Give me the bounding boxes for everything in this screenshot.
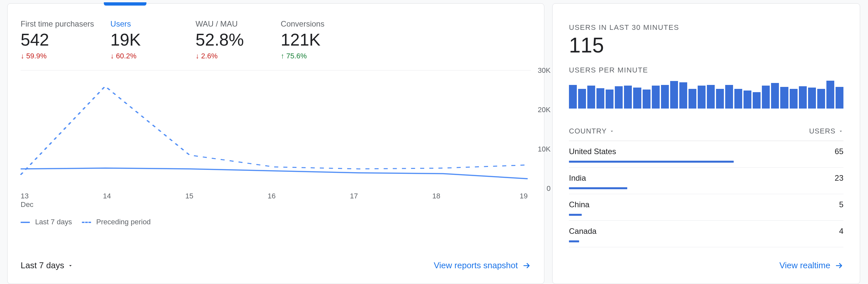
country-users: 5 bbox=[839, 200, 843, 209]
country-name: India bbox=[569, 173, 586, 183]
country-users: 65 bbox=[835, 147, 843, 156]
y-tick: 20K bbox=[531, 106, 551, 114]
caret-down-icon bbox=[609, 129, 615, 134]
metric-delta: ↓ 59.9% bbox=[21, 52, 94, 60]
trend-plot bbox=[21, 70, 528, 189]
x-tick: 19 bbox=[515, 192, 528, 209]
spark-bar bbox=[624, 86, 632, 109]
country-users: 4 bbox=[839, 227, 843, 236]
metric-tab[interactable]: WAU / MAU52.8%↓ 2.6% bbox=[195, 4, 281, 70]
legend-label-current: Last 7 days bbox=[35, 218, 72, 226]
country-bar bbox=[569, 161, 734, 163]
x-tick: 14 bbox=[103, 192, 185, 209]
metric-delta: ↓ 60.2% bbox=[111, 52, 179, 60]
country-bar bbox=[569, 214, 582, 216]
spark-bar bbox=[827, 81, 834, 109]
spark-bar bbox=[753, 92, 761, 109]
spark-bar bbox=[707, 85, 715, 109]
spark-bar bbox=[771, 83, 779, 109]
trend-series bbox=[21, 86, 528, 175]
spark-bar bbox=[725, 85, 733, 109]
country-table-body: United States65India23China5Canada4 bbox=[569, 141, 843, 247]
metric-value: 52.8% bbox=[195, 30, 264, 49]
spark-bar bbox=[643, 89, 651, 109]
arrow-up-icon: ↑ bbox=[281, 53, 284, 60]
country-name: United States bbox=[569, 147, 616, 156]
country-row[interactable]: India23 bbox=[569, 168, 843, 194]
trend-legend: Last 7 days Preceding period bbox=[21, 218, 531, 226]
metric-tab[interactable]: First time purchasers542↓ 59.9% bbox=[21, 4, 111, 70]
view-reports-label: View reports snapshot bbox=[434, 260, 518, 271]
arrow-right-icon bbox=[835, 261, 843, 270]
users-per-minute-chart bbox=[569, 79, 843, 109]
metric-tab[interactable]: Users19K↓ 60.2% bbox=[111, 4, 195, 70]
arrow-right-icon bbox=[522, 261, 531, 270]
spark-bar bbox=[569, 85, 577, 109]
view-realtime-link[interactable]: View realtime bbox=[779, 260, 843, 271]
legend-swatch-solid bbox=[21, 222, 30, 223]
date-range-picker[interactable]: Last 7 days bbox=[21, 260, 73, 271]
users-column-header[interactable]: USERS bbox=[809, 127, 843, 136]
metric-label: Users bbox=[111, 19, 179, 29]
y-tick: 10K bbox=[531, 145, 551, 153]
legend-label-preceding: Preceding period bbox=[96, 218, 151, 226]
y-tick: 30K bbox=[531, 66, 551, 75]
spark-bar bbox=[716, 89, 724, 109]
metric-value: 542 bbox=[21, 30, 94, 49]
caret-down-icon bbox=[838, 129, 843, 134]
country-bar bbox=[569, 240, 579, 243]
realtime-title: USERS IN LAST 30 MINUTES bbox=[569, 23, 843, 32]
metric-tab[interactable]: Conversions121K↑ 75.6% bbox=[281, 4, 366, 70]
spark-bar bbox=[615, 86, 623, 109]
country-table-header: COUNTRY USERS bbox=[569, 122, 843, 141]
spark-bar bbox=[780, 87, 788, 109]
country-users: 23 bbox=[835, 173, 843, 183]
spark-bar bbox=[744, 90, 751, 109]
arrow-down-icon: ↓ bbox=[111, 53, 114, 60]
trend-series bbox=[21, 168, 528, 179]
metric-value: 19K bbox=[111, 30, 179, 49]
spark-bar bbox=[762, 86, 770, 109]
x-tick: 16 bbox=[268, 192, 350, 209]
spark-bar bbox=[679, 82, 687, 109]
users-per-minute-title: USERS PER MINUTE bbox=[569, 66, 843, 75]
country-row[interactable]: China5 bbox=[569, 194, 843, 221]
spark-bar bbox=[790, 89, 798, 109]
caret-down-icon bbox=[67, 263, 73, 268]
view-reports-snapshot-link[interactable]: View reports snapshot bbox=[434, 260, 531, 271]
spark-bar bbox=[836, 87, 843, 109]
x-tick: 17 bbox=[350, 192, 432, 209]
metric-delta: ↑ 75.6% bbox=[281, 52, 349, 60]
metric-label: Conversions bbox=[281, 19, 349, 29]
metric-tabs: First time purchasers542↓ 59.9%Users19K↓… bbox=[7, 4, 544, 70]
x-tick: 15 bbox=[185, 192, 268, 209]
legend-swatch-dashed bbox=[82, 222, 91, 223]
trend-chart: 010K20K30K 13Dec141516171819 bbox=[21, 70, 531, 211]
view-realtime-label: View realtime bbox=[779, 260, 830, 271]
spark-bar bbox=[808, 88, 816, 109]
overview-card: First time purchasers542↓ 59.9%Users19K↓… bbox=[7, 3, 545, 284]
spark-bar bbox=[817, 89, 825, 109]
x-tick: 18 bbox=[432, 192, 515, 209]
country-name: China bbox=[569, 200, 590, 209]
spark-bar bbox=[606, 89, 614, 109]
spark-bar bbox=[734, 89, 742, 109]
legend-item-current: Last 7 days bbox=[21, 218, 72, 226]
spark-bar bbox=[596, 88, 604, 109]
metric-delta: ↓ 2.6% bbox=[195, 52, 264, 60]
arrow-down-icon: ↓ bbox=[195, 53, 199, 60]
legend-item-preceding: Preceding period bbox=[82, 218, 151, 226]
metric-label: First time purchasers bbox=[21, 19, 94, 29]
date-range-label: Last 7 days bbox=[21, 260, 64, 271]
country-row[interactable]: United States65 bbox=[569, 141, 843, 168]
country-column-header[interactable]: COUNTRY bbox=[569, 127, 615, 136]
realtime-user-count: 115 bbox=[569, 33, 843, 57]
y-tick: 0 bbox=[531, 184, 551, 193]
country-row[interactable]: Canada4 bbox=[569, 221, 843, 247]
spark-bar bbox=[799, 86, 807, 109]
spark-bar bbox=[670, 81, 678, 109]
spark-bar bbox=[587, 86, 595, 109]
trend-y-axis: 010K20K30K bbox=[531, 70, 551, 189]
arrow-down-icon: ↓ bbox=[21, 53, 24, 60]
spark-bar bbox=[633, 88, 641, 109]
